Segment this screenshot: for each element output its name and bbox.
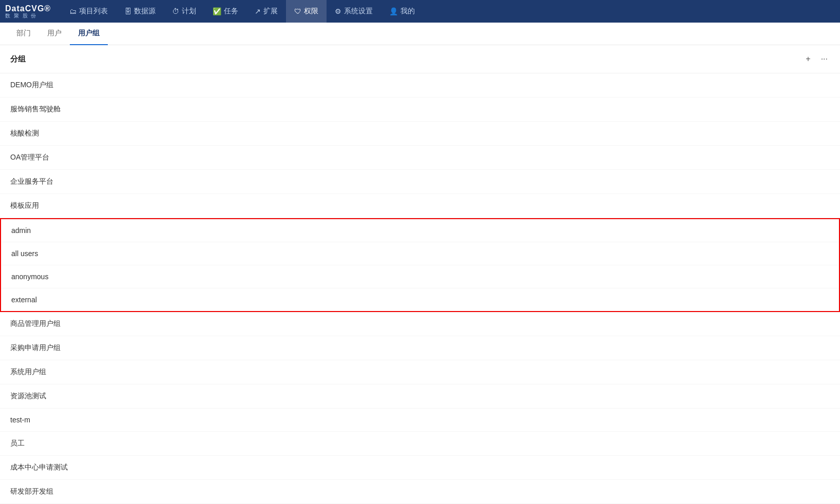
list-item-template[interactable]: 模板应用 xyxy=(0,194,840,218)
nav-item-project-list[interactable]: 🗂 项目列表 xyxy=(61,0,116,23)
tab-user-group[interactable]: 用户组 xyxy=(70,23,108,45)
nav-label-extend: 扩展 xyxy=(263,7,278,16)
task-icon: ✅ xyxy=(213,7,221,15)
main-content: 分组 + ··· DEMO用户组 服饰销售驾驶舱 核酸检测 OA管理平台 企业服… xyxy=(0,45,840,504)
list-item-oa[interactable]: OA管理平台 xyxy=(0,146,840,170)
tab-user[interactable]: 用户 xyxy=(39,23,70,45)
list-item-demo[interactable]: DEMO用户组 xyxy=(0,73,840,98)
nav-label-plan: 计划 xyxy=(182,7,196,16)
list-item-rd-team[interactable]: 研发部开发组 xyxy=(0,480,840,504)
nav-label-datasource: 数据源 xyxy=(134,7,156,16)
highlighted-group: admin all users anonymous external xyxy=(0,218,840,312)
nav-item-my[interactable]: 👤 我的 xyxy=(381,0,423,23)
list-item-test-m[interactable]: test-m xyxy=(0,409,840,432)
list-item-anonymous[interactable]: anonymous xyxy=(1,265,839,288)
list-item-enterprise[interactable]: 企业服务平台 xyxy=(0,170,840,194)
nav-item-datasource[interactable]: 🗄 数据源 xyxy=(116,0,164,23)
list-item-all-users[interactable]: all users xyxy=(1,242,839,265)
list-item-system[interactable]: 系统用户组 xyxy=(0,360,840,384)
system-settings-icon: ⚙ xyxy=(335,7,341,15)
section-actions: + ··· xyxy=(804,53,830,65)
list-item-cost-center[interactable]: 成本中心申请测试 xyxy=(0,456,840,480)
nav-label-project-list: 项目列表 xyxy=(79,7,108,16)
sub-tab-bar: 部门 用户 用户组 xyxy=(0,23,840,45)
nav-label-task: 任务 xyxy=(224,7,238,16)
nav-item-extend[interactable]: ↗ 扩展 xyxy=(246,0,286,23)
logo-text-bottom: 数 聚 股 份 xyxy=(5,13,51,18)
group-list-normal-1: DEMO用户组 服饰销售驾驶舱 核酸检测 OA管理平台 企业服务平台 模板应用 xyxy=(0,73,840,218)
nav-label-system-settings: 系统设置 xyxy=(344,7,373,16)
nav-item-plan[interactable]: ⏱ 计划 xyxy=(164,0,204,23)
list-item-admin[interactable]: admin xyxy=(1,219,839,242)
list-item-purchase[interactable]: 采购申请用户组 xyxy=(0,336,840,360)
permission-icon: 🛡 xyxy=(294,7,301,15)
nav-item-permission[interactable]: 🛡 权限 xyxy=(286,0,327,23)
tab-department[interactable]: 部门 xyxy=(8,23,39,45)
project-list-icon: 🗂 xyxy=(69,7,77,15)
nav-item-system-settings[interactable]: ⚙ 系统设置 xyxy=(327,0,381,23)
list-item-external[interactable]: external xyxy=(1,288,839,311)
section-header: 分组 + ··· xyxy=(0,45,840,73)
section-title: 分组 xyxy=(10,54,26,64)
logo: DataCVG® 数 聚 股 份 xyxy=(5,4,51,19)
logo-text-top: DataCVG® xyxy=(5,4,51,13)
datasource-icon: 🗄 xyxy=(124,7,131,15)
list-item-employee[interactable]: 员工 xyxy=(0,432,840,456)
plan-icon: ⏱ xyxy=(172,7,179,15)
add-button[interactable]: + xyxy=(804,53,812,65)
list-item-fashion[interactable]: 服饰销售驾驶舱 xyxy=(0,98,840,122)
nav-label-permission: 权限 xyxy=(304,7,318,16)
group-list-normal-2: 商品管理用户组 采购申请用户组 系统用户组 资源池测试 test-m 员工 成本… xyxy=(0,312,840,504)
list-item-nucleic[interactable]: 核酸检测 xyxy=(0,122,840,146)
top-navigation: DataCVG® 数 聚 股 份 🗂 项目列表 🗄 数据源 ⏱ 计划 ✅ 任务 … xyxy=(0,0,840,23)
my-icon: 👤 xyxy=(389,7,398,15)
extend-icon: ↗ xyxy=(255,7,261,15)
list-item-resource-pool[interactable]: 资源池测试 xyxy=(0,384,840,409)
nav-label-my: 我的 xyxy=(400,7,415,16)
more-button[interactable]: ··· xyxy=(819,53,830,65)
nav-item-task[interactable]: ✅ 任务 xyxy=(204,0,246,23)
list-item-commodity[interactable]: 商品管理用户组 xyxy=(0,312,840,336)
